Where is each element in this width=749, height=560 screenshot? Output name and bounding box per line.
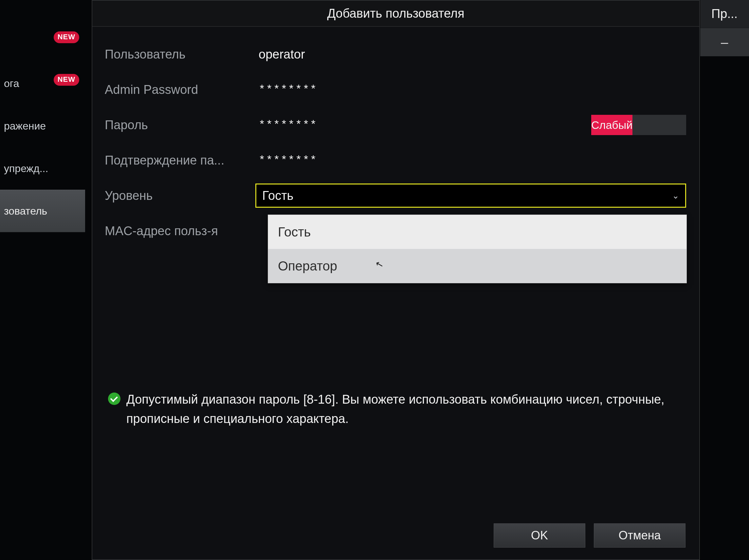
ok-button[interactable]: OK xyxy=(494,523,585,547)
level-option-guest[interactable]: Гость xyxy=(268,215,686,249)
row-username: Пользователь operator xyxy=(105,37,686,72)
hint-text: Допустимый диапазон пароль [8-16]. Вы мо… xyxy=(126,390,680,428)
new-badge-icon: NEW xyxy=(54,31,79,43)
username-value: operator xyxy=(255,47,305,62)
nav-item-2[interactable]: ражение xyxy=(0,105,85,147)
check-circle-icon xyxy=(108,393,121,405)
strength-weak: Слабый xyxy=(591,115,633,135)
add-user-dialog: Добавить пользователя Пользователь opera… xyxy=(92,0,700,560)
label-username: Пользователь xyxy=(105,47,255,62)
nav-label: упрежд... xyxy=(4,162,48,175)
nav-item-3[interactable]: упрежд... xyxy=(0,147,85,190)
label-level: Уровень xyxy=(105,189,255,203)
password-input[interactable]: ******** Слабый xyxy=(255,113,686,136)
label-confirm: Подтверждение па... xyxy=(105,153,255,167)
strength-strong xyxy=(659,115,686,135)
nav-item-1[interactable]: ога NEW xyxy=(0,62,85,105)
username-input[interactable]: operator xyxy=(255,43,686,66)
admin-password-mask: ******** xyxy=(255,84,317,96)
dialog-footer: OK Отмена xyxy=(494,523,685,547)
nav-item-0[interactable]: NEW xyxy=(0,20,85,62)
strength-medium xyxy=(633,115,659,135)
corner-title: Пр... xyxy=(700,0,749,28)
label-mac: MAC-адрес польз-я xyxy=(105,224,255,238)
chevron-down-icon: ⌄ xyxy=(672,191,679,201)
level-dropdown: Гость Оператор ↖ xyxy=(268,215,687,283)
password-mask: ******** xyxy=(255,119,317,131)
corner-window: Пр... – xyxy=(700,0,749,56)
level-select[interactable]: Гость ⌄ xyxy=(255,183,686,208)
new-badge-icon: NEW xyxy=(54,74,79,86)
nav-item-user[interactable]: зователь xyxy=(0,190,85,232)
level-selected-value: Гость xyxy=(262,189,293,203)
corner-row: – xyxy=(700,28,749,56)
row-password: Пароль ******** Слабый xyxy=(105,107,686,142)
cancel-button[interactable]: Отмена xyxy=(594,523,685,547)
confirm-input[interactable]: ******** xyxy=(255,149,686,172)
admin-password-input[interactable]: ******** xyxy=(255,78,686,101)
confirm-mask: ******** xyxy=(255,154,317,166)
label-admin-password: Admin Password xyxy=(105,83,255,97)
label-password: Пароль xyxy=(105,118,255,132)
row-confirm: Подтверждение па... ******** xyxy=(105,142,686,178)
row-level: Уровень Гость ⌄ xyxy=(105,178,686,213)
row-admin-password: Admin Password ******** xyxy=(105,72,686,107)
nav-label: зователь xyxy=(4,205,47,217)
password-hint: Допустимый диапазон пароль [8-16]. Вы мо… xyxy=(108,390,680,428)
left-nav: NEW ога NEW ражение упрежд... зователь xyxy=(0,20,85,232)
dialog-title: Добавить пользователя xyxy=(92,1,699,27)
nav-label: ражение xyxy=(4,120,46,132)
level-option-operator[interactable]: Оператор xyxy=(268,249,686,283)
password-strength-meter: Слабый xyxy=(591,115,686,135)
nav-label: ога xyxy=(4,77,19,90)
